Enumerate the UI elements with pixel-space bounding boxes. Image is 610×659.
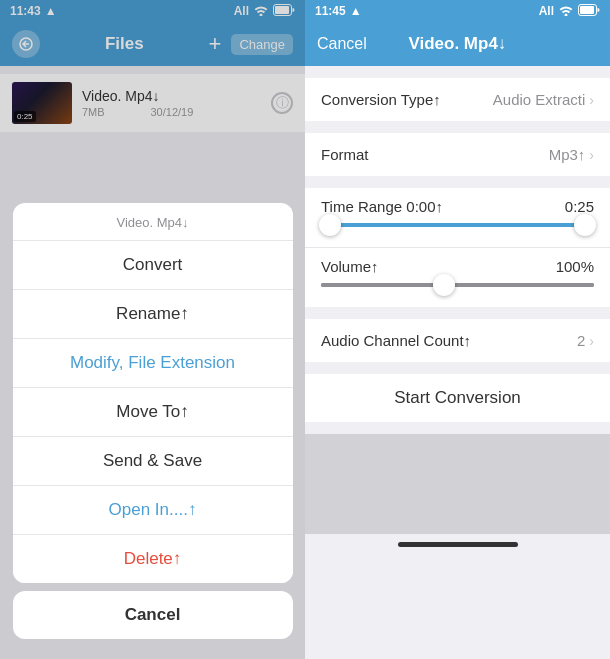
volume-thumb[interactable] xyxy=(433,274,455,296)
svg-rect-4 xyxy=(580,6,594,14)
context-menu-delete[interactable]: Delete↑ xyxy=(13,535,293,583)
format-chevron: › xyxy=(589,147,594,163)
right-status-bar: 11:45 ▲ All xyxy=(305,0,610,22)
context-menu: Video. Mp4↓ Convert Rename↑ Modify, File… xyxy=(13,203,293,583)
context-menu-rename[interactable]: Rename↑ xyxy=(13,290,293,339)
context-menu-open-in[interactable]: Open In....↑ xyxy=(13,486,293,535)
context-menu-modify-extension[interactable]: Modify, File Extension xyxy=(13,339,293,388)
start-conversion-section: Start Conversion xyxy=(305,374,610,422)
right-nav-title: Video. Mp4↓ xyxy=(408,34,506,54)
volume-header: Volume↑ 100% xyxy=(321,258,594,275)
time-range-section: Time Range 0:00↑ 0:25 xyxy=(305,188,610,247)
right-panel: 11:45 ▲ All Cancel Video. Mp4↓ xyxy=(305,0,610,659)
conversion-type-label: Conversion Type↑ xyxy=(321,91,441,108)
conversion-type-value: Audio Extracti › xyxy=(493,91,594,108)
audio-channel-label: Audio Channel Count↑ xyxy=(321,332,471,349)
context-cancel-button[interactable]: Cancel xyxy=(13,591,293,639)
audio-channel-text: 2 xyxy=(577,332,585,349)
format-label: Format xyxy=(321,146,369,163)
format-row[interactable]: Format Mp3↑ › xyxy=(305,133,610,176)
context-menu-title: Video. Mp4↓ xyxy=(13,203,293,241)
conversion-type-chevron: › xyxy=(589,92,594,108)
conversion-type-text: Audio Extracti xyxy=(493,91,586,108)
right-cancel-button[interactable]: Cancel xyxy=(317,35,367,53)
right-status-left: 11:45 ▲ xyxy=(315,4,362,18)
volume-fill xyxy=(321,283,594,287)
context-cancel-container: Cancel xyxy=(13,591,293,639)
left-panel: 11:43 ▲ All xyxy=(0,0,305,659)
conversion-type-row[interactable]: Conversion Type↑ Audio Extracti › xyxy=(305,78,610,121)
volume-track[interactable] xyxy=(321,283,594,287)
format-group: Format Mp3↑ › xyxy=(305,133,610,176)
context-menu-send-save[interactable]: Send & Save xyxy=(13,437,293,486)
context-menu-convert[interactable]: Convert xyxy=(13,241,293,290)
time-range-fill xyxy=(321,223,594,227)
time-range-value: 0:25 xyxy=(565,198,594,215)
bottom-thumbnail-area xyxy=(305,434,610,534)
volume-section: Volume↑ 100% xyxy=(305,247,610,307)
time-range-header: Time Range 0:00↑ 0:25 xyxy=(321,198,594,215)
right-battery-icon xyxy=(578,4,600,19)
time-range-label: Time Range 0:00↑ xyxy=(321,198,443,215)
right-network: All xyxy=(539,4,554,18)
audio-channel-chevron: › xyxy=(589,333,594,349)
context-menu-move-to[interactable]: Move To↑ xyxy=(13,388,293,437)
time-range-track[interactable] xyxy=(321,223,594,227)
right-home-indicator xyxy=(305,534,610,551)
right-nav-bar: Cancel Video. Mp4↓ xyxy=(305,22,610,66)
volume-label: Volume↑ xyxy=(321,258,379,275)
right-wifi-icon xyxy=(558,4,574,19)
right-status-right: All xyxy=(539,4,600,19)
audio-channel-value: 2 › xyxy=(577,332,594,349)
conversion-type-group: Conversion Type↑ Audio Extracti › xyxy=(305,78,610,121)
time-range-thumb-left[interactable] xyxy=(319,214,341,236)
audio-channel-group: Audio Channel Count↑ 2 › xyxy=(305,319,610,362)
audio-channel-row[interactable]: Audio Channel Count↑ 2 › xyxy=(305,319,610,362)
right-location-icon: ▲ xyxy=(350,4,362,18)
start-conversion-button[interactable]: Start Conversion xyxy=(305,374,610,422)
right-time: 11:45 xyxy=(315,4,346,18)
volume-value: 100% xyxy=(556,258,594,275)
format-text: Mp3↑ xyxy=(549,146,586,163)
right-nav-title-text: Video. Mp4↓ xyxy=(408,34,506,54)
context-menu-overlay: Video. Mp4↓ Convert Rename↑ Modify, File… xyxy=(0,0,305,659)
format-value: Mp3↑ › xyxy=(549,146,594,163)
home-indicator-bar xyxy=(398,542,518,547)
time-range-thumb-right[interactable] xyxy=(574,214,596,236)
